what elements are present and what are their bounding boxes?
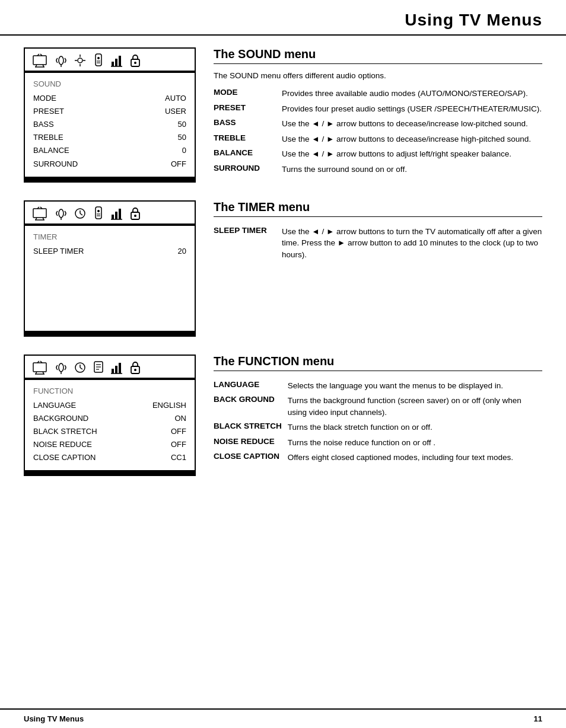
svg-rect-59: [112, 369, 114, 373]
desc-row: LANGUAGESelects the language you want th…: [214, 378, 542, 394]
svg-rect-44: [33, 363, 46, 372]
clock-icon-2: [74, 360, 87, 375]
function-menu-bottom-bar: [25, 470, 195, 475]
svg-rect-17: [112, 62, 114, 66]
footer-right: 11: [534, 714, 542, 723]
function-section-title: The FUNCTION menu: [214, 355, 542, 371]
lock-icon-3: [129, 360, 141, 375]
menu-row: TREBLE50: [33, 131, 186, 144]
sound-section: SOUND MODEAUTOPRESETUSERBASS50TREBLE50BA…: [24, 47, 542, 183]
desc-row: CLOSE CAPTIONOffers eight closed caption…: [214, 450, 542, 465]
desc-row: BACK GROUNDTurns the background function…: [214, 393, 542, 420]
page-footer: Using TV Menus 11: [0, 708, 566, 728]
sound-menu-content: SOUND MODEAUTOPRESETUSERBASS50TREBLE50BA…: [25, 73, 195, 177]
function-menu-rows: LANGUAGEENGLISHBACKGROUNDONBLACK STRETCH…: [33, 399, 186, 464]
svg-point-50: [59, 363, 63, 372]
svg-point-8: [78, 58, 82, 63]
main-content: SOUND MODEAUTOPRESETUSERBASS50TREBLE50BA…: [0, 36, 566, 529]
lock-icon: [129, 53, 141, 68]
svg-rect-39: [115, 212, 117, 219]
settings-icon: [74, 53, 87, 68]
footer-left: Using TV Menus: [24, 714, 84, 723]
function-menu-content: FUNCTION LANGUAGEENGLISHBACKGROUNDONBLAC…: [25, 380, 195, 471]
svg-line-33: [80, 213, 82, 215]
svg-point-14: [97, 57, 100, 59]
tv-icon-2: [32, 206, 49, 221]
timer-menu-bottom-bar: [25, 331, 195, 336]
timer-desc-area: The TIMER menu SLEEP TIMERUse the ◄ / ► …: [214, 200, 542, 337]
desc-row: BALANCEUse the ◄ / ► arrow buttons to ad…: [214, 146, 542, 162]
svg-point-35: [97, 210, 100, 212]
svg-rect-60: [115, 366, 117, 373]
chart-icon: [110, 53, 123, 68]
sound-menu-rows: MODEAUTOPRESETUSERBASS50TREBLE50BALANCE0…: [33, 92, 186, 171]
menu-row: NOISE REDUCEOFF: [33, 438, 186, 451]
clock-icon: [74, 206, 87, 221]
desc-row: PRESETProvides four preset audio setting…: [214, 101, 542, 117]
svg-point-6: [59, 56, 63, 65]
timer-section: TIMER SLEEP TIMER20 The TIMER menu SLEEP…: [24, 200, 542, 337]
function-desc-table: LANGUAGESelects the language you want th…: [214, 378, 542, 465]
desc-row: BLACK STRETCHTurns the black stretch fun…: [214, 420, 542, 435]
sound-menu-icons: [25, 49, 195, 73]
function-menu-icons: [25, 356, 195, 380]
svg-rect-38: [112, 215, 114, 219]
function-menu-title: FUNCTION: [33, 385, 186, 398]
svg-rect-0: [33, 56, 46, 65]
function-menu-box: FUNCTION LANGUAGEENGLISHBACKGROUNDONBLAC…: [24, 355, 196, 477]
svg-rect-61: [119, 363, 121, 373]
remote-icon-2: [93, 206, 104, 221]
sound-menu-box: SOUND MODEAUTOPRESETUSERBASS50TREBLE50BA…: [24, 47, 196, 183]
menu-row: BACKGROUNDON: [33, 412, 186, 425]
svg-rect-13: [96, 54, 101, 66]
menu-row: BASS50: [33, 118, 186, 131]
svg-rect-19: [119, 56, 121, 66]
timer-menu-box: TIMER SLEEP TIMER20: [24, 200, 196, 337]
desc-row: NOISE REDUCETurns the noise reduce funct…: [214, 435, 542, 451]
lock-icon-2: [129, 206, 141, 221]
timer-menu-icons: [25, 202, 195, 226]
timer-section-title: The TIMER menu: [214, 200, 542, 217]
timer-menu-title: TIMER: [33, 231, 186, 244]
svg-point-64: [134, 369, 136, 371]
chart-icon-2: [110, 206, 123, 221]
sound-icon: [55, 53, 68, 68]
menu-row: LANGUAGEENGLISH: [33, 399, 186, 412]
tv-icon-3: [32, 360, 49, 375]
menu-row: PRESETUSER: [33, 105, 186, 118]
sound-desc-table: MODEProvides three available audio modes…: [214, 86, 542, 177]
menu-row: BALANCE0: [33, 144, 186, 157]
remote-icon: [93, 53, 104, 68]
svg-point-43: [134, 215, 136, 217]
menu-row: SURROUNDOFF: [33, 158, 186, 171]
svg-line-54: [80, 368, 82, 369]
desc-row: SURROUNDTurns the surround sound on or o…: [214, 162, 542, 177]
menu-row: SLEEP TIMER20: [33, 245, 186, 258]
menu-row: CLOSE CAPTIONCC1: [33, 451, 186, 464]
function-desc-area: The FUNCTION menu LANGUAGESelects the la…: [214, 355, 542, 477]
page-header: Using TV Menus: [0, 0, 566, 36]
svg-rect-23: [33, 209, 46, 218]
desc-row: BASSUse the ◄ / ► arrow buttons to decea…: [214, 116, 542, 132]
menu-row: MODEAUTO: [33, 92, 186, 105]
menu-row: BLACK STRETCHOFF: [33, 425, 186, 438]
svg-point-22: [134, 62, 136, 64]
desc-row: MODEProvides three available audio modes…: [214, 86, 542, 101]
page-title: Using TV Menus: [24, 11, 542, 30]
sound-icon-2: [55, 206, 68, 221]
sound-menu-title: SOUND: [33, 78, 186, 91]
desc-row: TREBLEUse the ◄ / ► arrow buttons to dec…: [214, 132, 542, 147]
svg-rect-34: [96, 207, 101, 219]
desc-row: SLEEP TIMERUse the ◄ / ► arrow buttons t…: [214, 224, 542, 263]
sound-section-title: The SOUND menu: [214, 47, 542, 64]
function-icon: [93, 360, 104, 375]
function-section: FUNCTION LANGUAGEENGLISHBACKGROUNDONBLAC…: [24, 355, 542, 477]
svg-rect-18: [115, 59, 117, 66]
timer-menu-content: TIMER SLEEP TIMER20: [25, 226, 195, 264]
timer-menu-rows: SLEEP TIMER20: [33, 245, 186, 258]
sound-desc-area: The SOUND menu The SOUND menu offers dif…: [214, 47, 542, 183]
svg-point-29: [59, 209, 63, 218]
tv-icon: [32, 53, 49, 68]
sound-icon-3: [55, 360, 68, 375]
timer-desc-table: SLEEP TIMERUse the ◄ / ► arrow buttons t…: [214, 224, 542, 263]
